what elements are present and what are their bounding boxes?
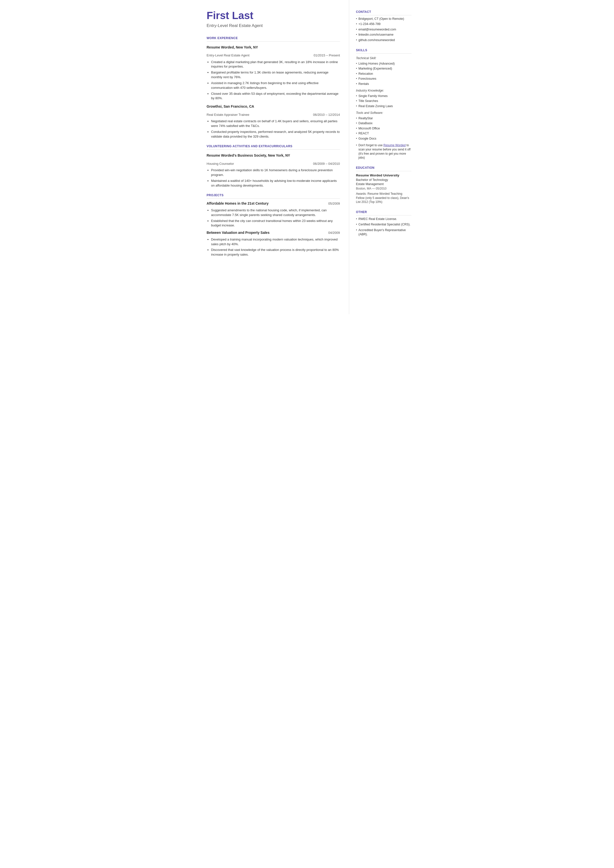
- resume-page: First Last Entry-Level Real Estate Agent…: [196, 0, 419, 314]
- volunteering-section: VOLUNTEERING ACTIVITIES AND EXTRACURRICU…: [207, 144, 340, 188]
- other-item-2: Accredited Buyer's Representative (ABR).: [356, 228, 411, 237]
- name: First Last: [207, 10, 340, 21]
- contact-header: CONTACT: [356, 10, 411, 16]
- job-1-bullet-1: Created a digital marketing plan that ge…: [211, 60, 340, 69]
- technical-skills-list: Listing Homes (Advanced) Marketing (Expe…: [356, 62, 411, 86]
- industry-knowledge-label: Industry Knowledge:: [356, 89, 411, 93]
- project-1: Affordable Homes in the 21st Century 05/…: [207, 201, 340, 228]
- left-column: First Last Entry-Level Real Estate Agent…: [196, 0, 349, 314]
- project-1-bullets: Suggested amendments to the national hou…: [211, 208, 340, 228]
- technical-skill-2: Relocation: [356, 72, 411, 76]
- job-1-bullet-4: Closed over 35 deals within 53 days of e…: [211, 92, 340, 101]
- technical-skill-4: Rentals: [356, 82, 411, 86]
- contact-item-4: github.com/resumeworded: [356, 38, 411, 43]
- skills-section: SKILLS Technical Skill: Listing Homes (A…: [356, 48, 411, 160]
- technical-skill-0: Listing Homes (Advanced): [356, 62, 411, 66]
- contact-list: Bridgeport, CT (Open to Remote) +1-234-4…: [356, 17, 411, 43]
- education-header: EDUCATION: [356, 166, 411, 171]
- job-1-dates: 01/2015 – Present: [313, 53, 340, 57]
- promo-text: Don't forget to use Resume Worded to sca…: [356, 143, 411, 160]
- job-2-bullet-1: Negotiated real estate contracts on beha…: [211, 119, 340, 129]
- education-section: EDUCATION Resume Worded University Bache…: [356, 166, 411, 204]
- job-1: Resume Worded, New York, NY Entry-Level …: [207, 45, 340, 101]
- tool-2: Microsoft Office: [356, 126, 411, 131]
- contact-item-0: Bridgeport, CT (Open to Remote): [356, 17, 411, 21]
- projects-header: PROJECTS: [207, 193, 340, 199]
- job-2-bullet-2: Conducted property inspections, performe…: [211, 130, 340, 139]
- volunteer-1-role: Housing Counselor: [207, 161, 234, 166]
- other-item-0: RWEC Real Estate License.: [356, 217, 411, 222]
- project-2-bullets: Developed a training manual incorporatin…: [211, 237, 340, 257]
- volunteer-1-bullets: Provided win-win negotiation skills to 1…: [211, 168, 340, 188]
- technical-skill-3: Foreclosures: [356, 77, 411, 81]
- tool-4: Google Docs: [356, 137, 411, 141]
- edu-field: Estate Management: [356, 182, 411, 186]
- industry-skill-0: Single Family Homes: [356, 94, 411, 98]
- tools-software-label: Tools and Software:: [356, 111, 411, 115]
- tools-list: RealtyStar DataBasix Microsoft Office RE…: [356, 116, 411, 141]
- other-list: RWEC Real Estate License. Certified Resi…: [356, 217, 411, 237]
- volunteer-1: Resume Worded's Business Society, New Yo…: [207, 153, 340, 188]
- industry-skills-list: Single Family Homes Title Searches Real …: [356, 94, 411, 109]
- job-1-bullet-2: Bargained profitable terms for 1.3K clie…: [211, 70, 340, 80]
- volunteering-header: VOLUNTEERING ACTIVITIES AND EXTRACURRICU…: [207, 144, 340, 150]
- volunteer-1-role-row: Housing Counselor 06/2009 – 04/2010: [207, 161, 340, 166]
- job-1-company: Resume Worded, New York, NY: [207, 45, 258, 50]
- project-2: Between Valuation and Property Sales 04/…: [207, 230, 340, 257]
- edu-awards: Awards: Resume Worded Teaching Fellow (o…: [356, 192, 411, 204]
- volunteer-1-company: Resume Worded's Business Society, New Yo…: [207, 153, 290, 158]
- main-title: Entry-Level Real Estate Agent: [207, 23, 340, 29]
- job-2-company: Growthsi, San Francisco, CA: [207, 104, 254, 109]
- job-2: Growthsi, San Francisco, CA Real Estate …: [207, 104, 340, 139]
- job-2-bullets: Negotiated real estate contracts on beha…: [211, 119, 340, 139]
- job-2-role-row: Real Estate Appraiser Trainee 06/2010 – …: [207, 113, 340, 117]
- project-1-bullet-2: Established that the city can construct …: [211, 219, 340, 228]
- work-experience-section: WORK EXPERIENCE Resume Worded, New York,…: [207, 36, 340, 139]
- tool-0: RealtyStar: [356, 116, 411, 121]
- project-1-title: Affordable Homes in the 21st Century: [207, 201, 269, 206]
- edu-school: Resume Worded University: [356, 173, 411, 178]
- tool-3: REACT: [356, 131, 411, 136]
- contact-item-1: +1-234-456-789: [356, 22, 411, 26]
- project-1-date: 05/2009: [329, 202, 340, 206]
- project-1-bullet-1: Suggested amendments to the national hou…: [211, 208, 340, 217]
- technical-skill-1: Marketing (Experienced): [356, 67, 411, 71]
- project-2-bullet-2: Discovered that vast knowledge of the va…: [211, 248, 340, 257]
- contact-item-2: email@resumeworded.com: [356, 28, 411, 32]
- work-experience-header: WORK EXPERIENCE: [207, 36, 340, 42]
- job-2-header-row: Growthsi, San Francisco, CA: [207, 104, 340, 109]
- volunteer-1-bullet-2: Maintained a waitlist of 140+ households…: [211, 179, 340, 188]
- other-item-1: Certified Residential Specialist (CRS).: [356, 222, 411, 227]
- contact-item-3: linkedin.com/in/username: [356, 33, 411, 37]
- job-1-role-row: Entry-Level Real Estate Agent 01/2015 – …: [207, 53, 340, 57]
- project-2-title-row: Between Valuation and Property Sales 04/…: [207, 230, 340, 235]
- right-column: CONTACT Bridgeport, CT (Open to Remote) …: [349, 0, 419, 314]
- job-1-bullet-3: Assisted in managing 2.7K listings from …: [211, 81, 340, 90]
- edu-degree: Bachelor of Technology: [356, 178, 411, 182]
- job-1-bullets: Created a digital marketing plan that ge…: [211, 60, 340, 101]
- industry-skill-2: Real Estate Zoning Laws: [356, 104, 411, 109]
- project-2-title: Between Valuation and Property Sales: [207, 230, 270, 235]
- promo-link[interactable]: Resume Worded: [383, 143, 406, 147]
- other-header: OTHER: [356, 210, 411, 216]
- tool-1: DataBasix: [356, 121, 411, 126]
- project-2-bullet-1: Developed a training manual incorporatin…: [211, 237, 340, 247]
- contact-section: CONTACT Bridgeport, CT (Open to Remote) …: [356, 10, 411, 42]
- skills-header: SKILLS: [356, 48, 411, 54]
- job-2-role: Real Estate Appraiser Trainee: [207, 113, 250, 117]
- volunteer-1-bullet-1: Provided win-win negotiation skills to 1…: [211, 168, 340, 177]
- job-1-role: Entry-Level Real Estate Agent: [207, 53, 250, 57]
- job-2-dates: 06/2010 – 12/2014: [313, 113, 340, 117]
- edu-location: Boston, MA — 05/2010: [356, 186, 411, 191]
- job-1-header-row: Resume Worded, New York, NY: [207, 45, 340, 50]
- volunteer-1-header-row: Resume Worded's Business Society, New Yo…: [207, 153, 340, 158]
- technical-skill-label: Technical Skill:: [356, 56, 411, 61]
- project-2-date: 04/2009: [329, 231, 340, 235]
- other-section: OTHER RWEC Real Estate License. Certifie…: [356, 210, 411, 237]
- volunteer-1-dates: 06/2009 – 04/2010: [313, 161, 340, 166]
- industry-skill-1: Title Searches: [356, 99, 411, 103]
- projects-section: PROJECTS Affordable Homes in the 21st Ce…: [207, 193, 340, 257]
- project-1-title-row: Affordable Homes in the 21st Century 05/…: [207, 201, 340, 206]
